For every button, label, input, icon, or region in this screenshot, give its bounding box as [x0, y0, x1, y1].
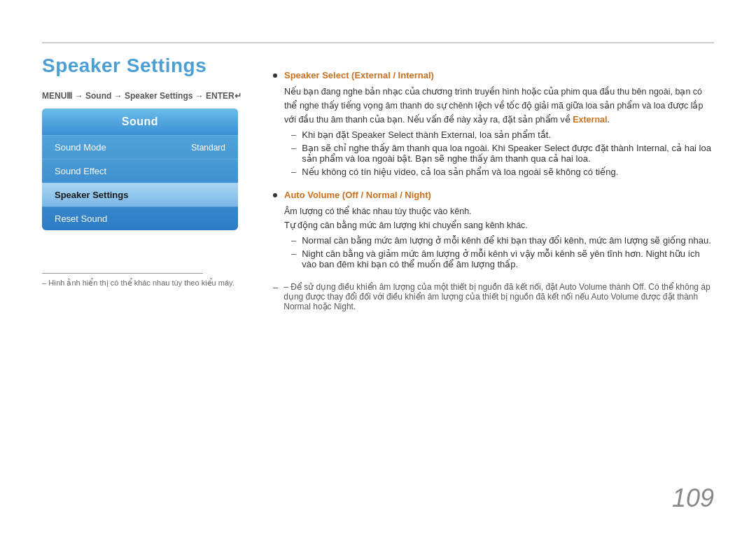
auto-sub-item-1: Normal cân bằng mức âm lượng ở mỗi kênh … — [284, 235, 714, 246]
menu-item-sound-effect[interactable]: Sound Effect — [42, 159, 238, 183]
speaker-select-section: Speaker Select (External / Internal) Nếu… — [273, 70, 714, 177]
sub-item-1: Khi bạn đặt Speaker Select thành Externa… — [284, 129, 714, 140]
menu-item-label: Sound Mode — [55, 142, 106, 153]
sound-menu: Sound Sound Mode Standard Sound Effect S… — [42, 108, 238, 230]
bullet-dot — [273, 73, 277, 78]
left-panel: Sound Sound Mode Standard Sound Effect S… — [42, 108, 238, 230]
menu-item-reset-sound[interactable]: Reset Sound — [42, 206, 238, 230]
footnote-line — [42, 273, 203, 274]
menu-item-sound-mode[interactable]: Sound Mode Standard — [42, 135, 238, 159]
auto-volume-title: Auto Volume (Off / Normal / Night) — [284, 190, 714, 200]
page-title: Speaker Settings — [42, 55, 206, 77]
footnote: – Hình ảnh hiển thị có thể khác nhau tùy… — [42, 279, 238, 288]
right-divider — [259, 42, 714, 43]
menu-item-label: Speaker Settings — [55, 190, 129, 200]
speaker-select-title: Speaker Select (External / Internal) — [284, 70, 714, 80]
speaker-select-content: Speaker Select (External / Internal) Nếu… — [284, 70, 714, 177]
title-speaker-select: Speaker Select ( — [284, 70, 354, 80]
right-panel: Speaker Select (External / Internal) Nếu… — [273, 70, 714, 311]
bullet-dot-2 — [273, 193, 277, 197]
breadcrumb: MENUⅢ → Sound → Speaker Settings → ENTER… — [42, 91, 241, 101]
auto-volume-content: Auto Volume (Off / Normal / Night) Âm lư… — [284, 190, 714, 269]
auto-sub-item-2: Night cân bằng và giảm mức âm lượng ở mỗ… — [284, 248, 714, 269]
sub-item-2: Bạn sẽ chỉ nghe thấy âm thanh qua loa ng… — [284, 143, 714, 164]
sub-item-3: Nếu không có tín hiệu video, cả loa sản … — [284, 167, 714, 177]
menu-item-label: Reset Sound — [55, 213, 107, 224]
speaker-select-body: Nếu bạn đang nghe bản nhạc của chương tr… — [284, 85, 714, 127]
footer-note: – Để sử dụng điều khiển âm lượng của một… — [273, 282, 714, 311]
auto-volume-body: Âm lượng có thể khác nhau tùy thuộc vào … — [284, 204, 714, 232]
auto-volume-section: Auto Volume (Off / Normal / Night) Âm lư… — [273, 190, 714, 269]
menu-item-speaker-settings[interactable]: Speaker Settings — [42, 183, 238, 206]
menu-item-label: Sound Effect — [55, 166, 106, 176]
menu-item-value: Standard — [191, 143, 225, 153]
page-number: 109 — [672, 484, 714, 513]
sound-menu-header: Sound — [42, 108, 238, 135]
